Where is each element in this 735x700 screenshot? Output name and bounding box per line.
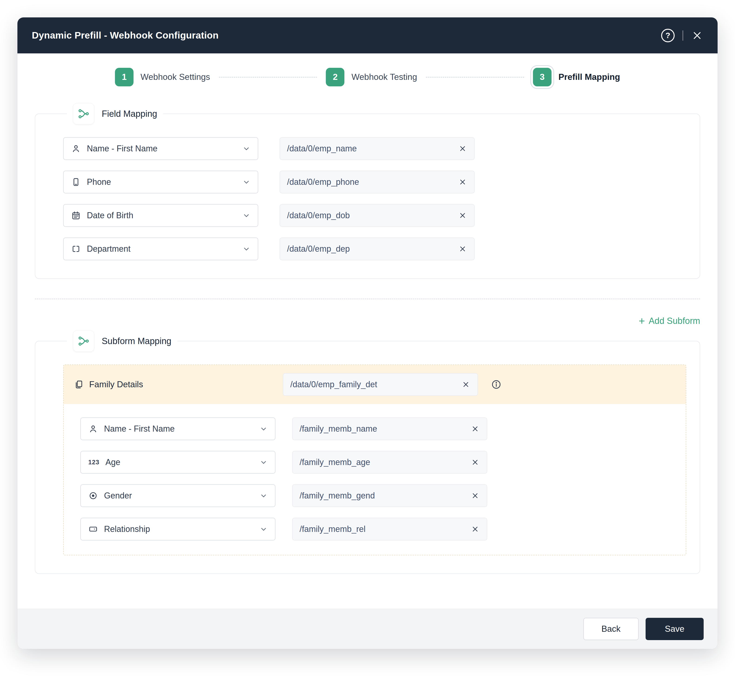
field-select-label: Age [105, 457, 120, 467]
modal-content: Field Mapping Name - First Name [18, 99, 717, 609]
path-field-emp-dob [280, 204, 475, 227]
webhook-configuration-modal: Dynamic Prefill - Webhook Configuration … [18, 18, 717, 649]
subform-select-relationship[interactable]: Relationship [80, 518, 275, 541]
step-prefill-mapping[interactable]: 3 Prefill Mapping [533, 68, 620, 86]
stepper-connector [219, 77, 317, 78]
close-icon[interactable] [691, 29, 703, 41]
mapping-icon [73, 103, 94, 125]
clear-icon[interactable] [470, 457, 480, 467]
path-input[interactable] [287, 210, 458, 220]
field-select-label: Gender [104, 491, 132, 501]
chevron-down-icon [242, 212, 250, 219]
path-input[interactable] [300, 424, 470, 434]
phone-icon [71, 177, 81, 187]
path-input[interactable] [287, 177, 458, 187]
field-mapping-legend: Field Mapping [67, 103, 163, 125]
mapping-icon [73, 330, 94, 352]
clear-icon[interactable] [470, 525, 480, 534]
subform-mapping-panel: Subform Mapping Family Details [35, 330, 700, 574]
dropdown-field-icon [88, 524, 98, 534]
header-actions: ? [661, 29, 703, 42]
path-input[interactable] [287, 144, 458, 153]
clear-icon[interactable] [470, 491, 480, 500]
chevron-down-icon [242, 178, 250, 186]
field-mapping-row: Date of Birth [63, 204, 686, 227]
field-select-phone[interactable]: Phone [63, 171, 258, 193]
path-field-family-details [283, 373, 478, 396]
add-subform-label: Add Subform [649, 316, 700, 326]
field-select-label: Name - First Name [104, 424, 175, 434]
modal-title: Dynamic Prefill - Webhook Configuration [32, 30, 218, 41]
path-input[interactable] [287, 244, 458, 254]
clear-icon[interactable] [458, 211, 467, 220]
chevron-down-icon [260, 525, 268, 533]
add-subform-row: + Add Subform [35, 316, 700, 326]
chevron-down-icon [260, 425, 268, 433]
subform-mapping-row: Gender [80, 484, 686, 507]
path-input[interactable] [300, 491, 470, 501]
step-webhook-settings[interactable]: 1 Webhook Settings [115, 68, 210, 86]
stepper: 1 Webhook Settings 2 Webhook Testing 3 P… [18, 53, 717, 99]
step-1-badge: 1 [115, 68, 134, 86]
subform-title: Family Details [89, 379, 143, 389]
chevron-down-icon [242, 145, 250, 153]
field-mapping-panel: Field Mapping Name - First Name [35, 103, 700, 279]
path-input[interactable] [290, 379, 461, 389]
clear-icon[interactable] [470, 424, 480, 434]
field-select-label: Relationship [104, 524, 150, 534]
plus-icon: + [639, 316, 645, 326]
subform-header: Family Details [63, 365, 686, 404]
path-field-emp-dep [280, 238, 475, 260]
header-divider [682, 31, 683, 41]
step-2-label: Webhook Testing [351, 72, 417, 82]
add-subform-button[interactable]: + Add Subform [639, 316, 700, 326]
field-mapping-row: Department [63, 238, 686, 260]
clear-icon[interactable] [458, 244, 467, 253]
subform-name: Family Details [74, 379, 283, 389]
subform-mapping-row: 123 Age [80, 451, 686, 474]
path-field-emp-phone [280, 171, 475, 193]
field-mapping-row: Name - First Name [63, 137, 686, 160]
subform-select-first-name[interactable]: Name - First Name [80, 418, 275, 440]
subform-select-age[interactable]: 123 Age [80, 451, 275, 474]
step-1-label: Webhook Settings [140, 72, 210, 82]
modal-header: Dynamic Prefill - Webhook Configuration … [18, 18, 717, 53]
subform-mapping-legend: Subform Mapping [67, 330, 177, 352]
subform-mapping-title: Subform Mapping [102, 336, 171, 346]
chevron-down-icon [260, 492, 268, 500]
help-icon[interactable]: ? [661, 29, 675, 42]
field-select-label: Phone [87, 177, 111, 187]
path-input[interactable] [300, 524, 470, 534]
subform-mapping-row: Relationship [80, 518, 686, 541]
step-3-badge: 3 [533, 68, 552, 86]
chevron-down-icon [260, 458, 268, 466]
section-divider [35, 299, 700, 299]
back-button[interactable]: Back [583, 618, 639, 640]
info-icon[interactable] [491, 379, 502, 390]
radio-icon [88, 491, 98, 501]
user-icon [71, 144, 81, 153]
path-field-family-memb-name [292, 418, 487, 440]
subform-mapping-row: Name - First Name [80, 418, 686, 440]
step-2-badge: 2 [326, 68, 345, 86]
path-input[interactable] [300, 457, 470, 467]
number-123-icon: 123 [88, 457, 99, 467]
stepper-connector [426, 77, 524, 78]
field-select-dob[interactable]: Date of Birth [63, 204, 258, 227]
step-webhook-testing[interactable]: 2 Webhook Testing [326, 68, 417, 86]
save-button[interactable]: Save [645, 618, 704, 640]
clear-icon[interactable] [458, 144, 467, 153]
field-select-department[interactable]: Department [63, 238, 258, 260]
field-select-first-name[interactable]: Name - First Name [63, 137, 258, 160]
subform-select-gender[interactable]: Gender [80, 484, 275, 507]
user-icon [88, 424, 98, 434]
field-select-label: Date of Birth [87, 210, 133, 220]
clear-icon[interactable] [461, 380, 470, 389]
field-mapping-title: Field Mapping [102, 109, 157, 119]
chevron-down-icon [242, 245, 250, 253]
path-field-family-memb-gend [292, 484, 487, 507]
path-field-emp-name [280, 137, 475, 160]
subform-box: Family Details [63, 365, 686, 555]
step-3-label: Prefill Mapping [558, 72, 620, 82]
clear-icon[interactable] [458, 177, 467, 187]
